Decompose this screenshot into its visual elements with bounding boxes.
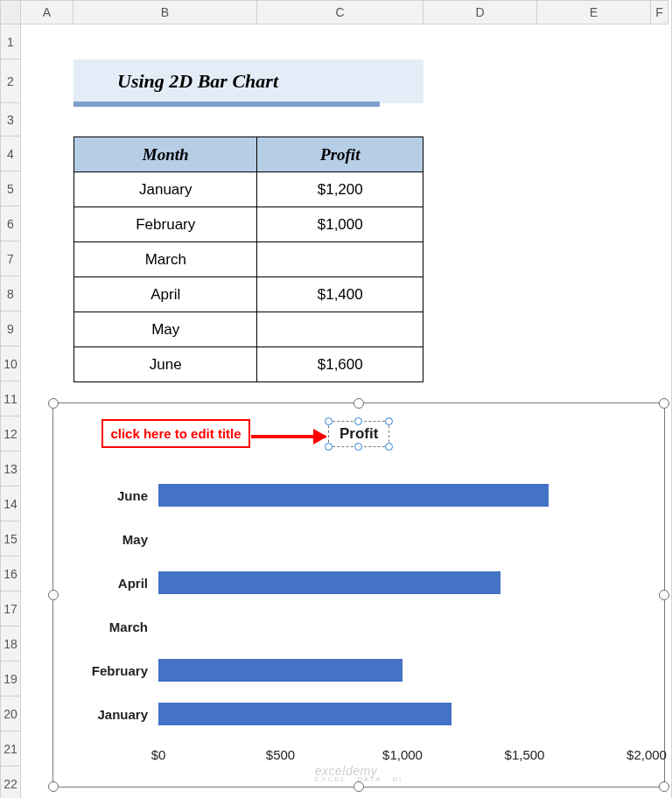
title-handle-icon[interactable] bbox=[385, 417, 393, 425]
page-title: Using 2D Bar Chart bbox=[74, 60, 424, 103]
row-header[interactable]: 16 bbox=[0, 556, 21, 592]
select-all-corner[interactable] bbox=[0, 0, 21, 24]
row-header[interactable]: 20 bbox=[0, 696, 21, 732]
resize-handle-icon[interactable] bbox=[48, 590, 59, 600]
x-tick-label: $1,500 bbox=[505, 747, 545, 762]
resize-handle-icon[interactable] bbox=[659, 590, 669, 600]
col-header-month[interactable]: Month bbox=[74, 137, 257, 172]
x-tick-label: $1,000 bbox=[382, 747, 423, 762]
resize-handle-icon[interactable] bbox=[354, 398, 364, 409]
table-row[interactable]: May bbox=[74, 312, 424, 347]
bar-series: JuneMayAprilMarchFebruaryJanuary bbox=[158, 473, 647, 736]
cell-profit[interactable] bbox=[257, 242, 424, 277]
category-label: February bbox=[60, 663, 148, 678]
col-header-profit[interactable]: Profit bbox=[257, 137, 424, 172]
cell-profit[interactable]: $1,000 bbox=[257, 207, 424, 242]
row-header[interactable]: 8 bbox=[0, 276, 21, 312]
chart-plot-area[interactable]: JuneMayAprilMarchFebruaryJanuary bbox=[158, 473, 647, 736]
title-handle-icon[interactable] bbox=[325, 417, 332, 425]
col-header-D[interactable]: D bbox=[424, 0, 537, 24]
bar[interactable] bbox=[158, 484, 549, 507]
title-handle-icon[interactable] bbox=[354, 417, 362, 425]
row-header[interactable]: 7 bbox=[0, 242, 21, 276]
row-header[interactable]: 9 bbox=[0, 312, 21, 346]
watermark-sub: EXCEL · DATA · BI bbox=[315, 775, 403, 783]
category-label: May bbox=[60, 532, 148, 547]
col-header-A[interactable]: A bbox=[21, 0, 74, 24]
table-row[interactable]: April$1,400 bbox=[74, 277, 424, 312]
bar-row: April bbox=[158, 569, 647, 597]
resize-handle-icon[interactable] bbox=[48, 781, 59, 792]
col-header-C[interactable]: C bbox=[257, 0, 424, 24]
row-header[interactable]: 14 bbox=[0, 486, 21, 522]
row-header[interactable]: 3 bbox=[0, 103, 21, 136]
title-underline bbox=[74, 102, 380, 107]
table-row[interactable]: June$1,600 bbox=[74, 347, 424, 382]
x-tick-label: $2,000 bbox=[626, 747, 667, 762]
title-handle-icon[interactable] bbox=[385, 443, 393, 451]
arrow-right-icon bbox=[251, 435, 326, 438]
watermark: exceldemy EXCEL · DATA · BI bbox=[315, 764, 403, 783]
row-header[interactable]: 17 bbox=[0, 592, 21, 626]
bar[interactable] bbox=[158, 571, 500, 594]
chart-title[interactable]: Profit bbox=[328, 421, 389, 447]
page-title-text: Using 2D Bar Chart bbox=[117, 70, 278, 93]
bar-row: June bbox=[158, 481, 647, 509]
col-header-F[interactable]: F bbox=[651, 0, 668, 24]
row-header[interactable]: 19 bbox=[0, 662, 21, 696]
table-header-row: Month Profit bbox=[74, 137, 424, 172]
cell-profit[interactable]: $1,400 bbox=[257, 277, 424, 312]
row-header[interactable]: 10 bbox=[0, 346, 21, 382]
chart-title-text: Profit bbox=[340, 425, 378, 442]
row-header[interactable]: 18 bbox=[0, 626, 21, 662]
row-header[interactable]: 2 bbox=[0, 60, 21, 103]
chart-x-axis[interactable]: $0$500$1,000$1,500$2,000 bbox=[158, 740, 647, 766]
resize-handle-icon[interactable] bbox=[659, 781, 669, 792]
edit-title-hint: click here to edit title bbox=[102, 419, 250, 448]
row-header[interactable]: 12 bbox=[0, 416, 21, 452]
table-row[interactable]: January$1,200 bbox=[74, 172, 424, 207]
title-handle-icon[interactable] bbox=[325, 443, 332, 451]
row-header[interactable]: 5 bbox=[0, 172, 21, 206]
chart-object[interactable]: click here to edit title Profit JuneMayA… bbox=[52, 402, 665, 788]
row-header[interactable]: 1 bbox=[0, 24, 21, 60]
resize-handle-icon[interactable] bbox=[659, 398, 669, 409]
category-label: January bbox=[60, 707, 148, 722]
cell-month[interactable]: June bbox=[74, 347, 257, 382]
cell-profit[interactable]: $1,600 bbox=[257, 347, 424, 382]
bar-row: March bbox=[158, 612, 647, 640]
bar[interactable] bbox=[158, 703, 452, 725]
bar-row: May bbox=[158, 525, 647, 553]
col-header-B[interactable]: B bbox=[74, 0, 257, 24]
resize-handle-icon[interactable] bbox=[48, 398, 59, 409]
row-header[interactable]: 6 bbox=[0, 206, 21, 242]
row-header[interactable]: 21 bbox=[0, 732, 21, 766]
title-handle-icon[interactable] bbox=[354, 443, 362, 451]
x-tick-label: $0 bbox=[151, 747, 166, 762]
bar[interactable] bbox=[158, 659, 402, 682]
cell-month[interactable]: February bbox=[74, 207, 257, 242]
table-row[interactable]: March bbox=[74, 242, 424, 277]
x-tick-label: $500 bbox=[266, 747, 295, 762]
category-label: June bbox=[60, 488, 148, 503]
row-header[interactable]: 4 bbox=[0, 136, 21, 172]
cell-profit[interactable]: $1,200 bbox=[257, 172, 424, 207]
cell-month[interactable]: May bbox=[74, 312, 257, 347]
cell-month[interactable]: January bbox=[74, 172, 257, 207]
col-header-E[interactable]: E bbox=[537, 0, 651, 24]
row-header[interactable]: 13 bbox=[0, 452, 21, 486]
cell-month[interactable]: April bbox=[74, 277, 257, 312]
category-label: March bbox=[60, 620, 148, 634]
row-header[interactable]: 22 bbox=[0, 766, 21, 798]
bar-row: January bbox=[158, 700, 647, 728]
table-row[interactable]: February$1,000 bbox=[74, 207, 424, 242]
cell-month[interactable]: March bbox=[74, 242, 257, 277]
row-header[interactable]: 11 bbox=[0, 382, 21, 416]
category-label: April bbox=[60, 576, 148, 591]
row-header[interactable]: 15 bbox=[0, 522, 21, 556]
cell-profit[interactable] bbox=[257, 312, 424, 347]
data-table[interactable]: Month Profit January$1,200 February$1,00… bbox=[74, 136, 424, 382]
bar-row: February bbox=[158, 656, 647, 684]
